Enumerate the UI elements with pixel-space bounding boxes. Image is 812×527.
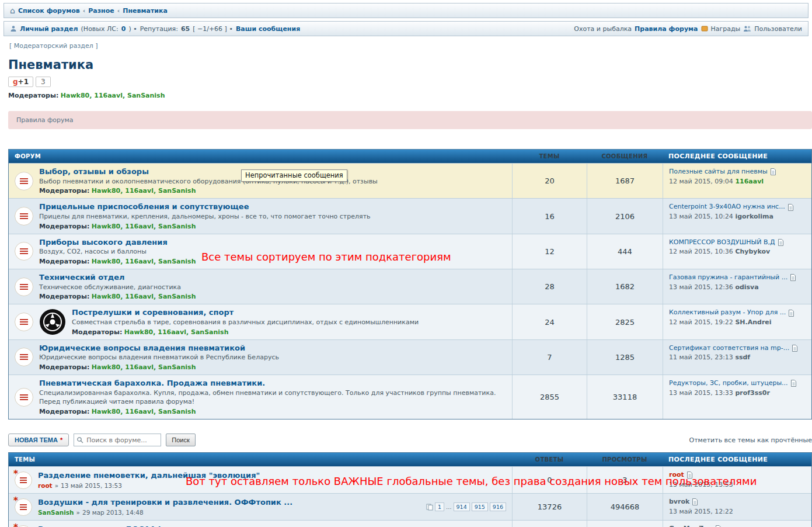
last-post-user[interactable]: SH.Andrei bbox=[735, 318, 771, 326]
breadcrumb-link-category[interactable]: Разное bbox=[88, 7, 114, 15]
forum-rules-banner[interactable]: Правила форума bbox=[8, 111, 812, 129]
page-link[interactable]: 1 bbox=[435, 502, 444, 511]
last-post-date: 13 май 2015, 12:36 bbox=[669, 283, 733, 291]
last-post-user[interactable]: prof3ss0r bbox=[735, 389, 769, 397]
page-link[interactable]: 915 bbox=[472, 502, 488, 511]
search-input[interactable] bbox=[74, 434, 161, 446]
last-post-user[interactable]: odisva bbox=[735, 283, 758, 291]
forum-unread-icon bbox=[15, 172, 33, 190]
last-post-link[interactable]: Сертификат соответствия на mp-... bbox=[669, 344, 789, 353]
search-button[interactable]: Поиск bbox=[166, 434, 195, 446]
moderators-label: Модераторы: bbox=[39, 363, 89, 371]
moderators-links[interactable]: Hawk80, 116aavl, SanSanish bbox=[92, 363, 196, 371]
moderators-links[interactable]: Hawk80, 116aavl, SanSanish bbox=[92, 408, 196, 415]
last-post-user[interactable]: ssdf bbox=[735, 353, 750, 361]
annotation-important-topics: Вот тут оставляем только ВАЖНЫЕ глобальн… bbox=[186, 475, 757, 487]
moderator-section-link[interactable]: [ Модераторский раздел ] bbox=[9, 42, 97, 50]
forum-link[interactable]: Прицельные приспособления и сопутствующе… bbox=[39, 202, 249, 212]
goto-last-post-icon[interactable] bbox=[788, 310, 794, 317]
moderators-links[interactable]: Hawk80, 116aavl, SanSanish bbox=[92, 258, 196, 265]
goto-last-post-icon[interactable] bbox=[790, 274, 796, 281]
forums-table-header: ФОРУМ ТЕМЫ СООБЩЕНИЯ ПОСЛЕДНЕЕ СООБЩЕНИЕ bbox=[9, 150, 811, 163]
forum-icon bbox=[15, 242, 33, 261]
topic-date: 13 май 2015, 13:53 bbox=[61, 482, 122, 489]
topic-author[interactable]: SanSanish bbox=[38, 509, 74, 516]
topic-link[interactable]: Воздушки - для тренировки и развлечения.… bbox=[38, 498, 292, 507]
last-post-link[interactable]: Полезные сайты для пневмы bbox=[669, 167, 768, 177]
page-link[interactable]: 916 bbox=[490, 502, 506, 511]
user-icon bbox=[10, 25, 17, 32]
goto-last-post-icon[interactable] bbox=[770, 168, 776, 175]
forum-icon bbox=[15, 313, 33, 331]
topic-announce-icon: * bbox=[15, 525, 32, 527]
user-bar-left: Личный раздел (Новых ЛС: 0 ) • Репутация… bbox=[10, 25, 300, 33]
last-post-link[interactable]: КОМПРЕССОР ВОЗДУШНЫЙ В,Д bbox=[669, 238, 775, 248]
forum-link[interactable]: Юридические вопросы владения пневматикой bbox=[39, 344, 245, 353]
last-post-user[interactable]: igorkolima bbox=[735, 213, 773, 220]
mark-topics-read-link[interactable]: Отметить все темы как прочтённые bbox=[689, 436, 812, 444]
goto-last-post-icon[interactable] bbox=[692, 498, 698, 505]
forum-moderators: Модераторы: Hawk80, 116aavl, SanSanish bbox=[39, 363, 506, 371]
views-count: 494668 bbox=[587, 494, 663, 520]
last-post-link[interactable]: Редукторы, ЗС, пробки, штуцеры... bbox=[669, 379, 788, 389]
new-topic-label: НОВАЯ ТЕМА bbox=[15, 436, 58, 443]
forum-rules-link[interactable]: Правила форума bbox=[635, 25, 698, 33]
moderators-links[interactable]: Hawk80, 116aavl, SanSanish bbox=[61, 92, 165, 99]
forum-search bbox=[74, 434, 161, 446]
breadcrumb-link-forum[interactable]: Пневматика bbox=[123, 7, 168, 15]
awards-link[interactable]: Награды bbox=[711, 25, 741, 33]
moderators-label: Модераторы: bbox=[8, 92, 58, 99]
posts-count: 444 bbox=[587, 234, 663, 269]
last-post-link[interactable]: Газовая пружина - гарантийный ... bbox=[669, 273, 787, 283]
last-post-user[interactable]: 116aavl bbox=[735, 178, 764, 185]
users-link[interactable]: Пользователи bbox=[754, 25, 802, 33]
topics-count: 24 bbox=[512, 304, 587, 339]
forum-moderators: Модераторы: Hawk80, 116aavl, SanSanish bbox=[39, 223, 506, 230]
moderators-label: Модераторы: bbox=[72, 328, 122, 336]
page-link[interactable]: 914 bbox=[454, 502, 470, 511]
forum-link[interactable]: Приборы высокого давления bbox=[39, 238, 168, 247]
forum-link[interactable]: Пневматическая барахолка. Продажа пневма… bbox=[39, 379, 265, 388]
last-post-link[interactable]: Centerpoint 3-9x40АО нужна инс... bbox=[669, 202, 785, 212]
moderators-links[interactable]: Hawk80, 116aavl, SanSanish bbox=[124, 328, 229, 336]
last-post-link[interactable]: Коллективный разум - Упор для ... bbox=[669, 308, 786, 318]
topic-author[interactable]: root bbox=[38, 482, 53, 489]
forum-link[interactable]: Пострелушки и соревнования, спорт bbox=[72, 308, 234, 317]
header-topics: ТЕМЫ bbox=[9, 456, 512, 463]
new-topic-star-icon: * bbox=[60, 436, 62, 443]
forum-row: Пневматическая барахолка. Продажа пневма… bbox=[9, 375, 811, 419]
forum-icon bbox=[15, 348, 33, 366]
forum-link[interactable]: Технический отдел bbox=[39, 273, 124, 282]
club-logo bbox=[39, 308, 66, 335]
last-post-date: 12 май 2015, 10:36 bbox=[669, 248, 733, 255]
pages-icon bbox=[426, 504, 433, 511]
moderators-label: Модераторы: bbox=[39, 258, 89, 265]
personal-section-link[interactable]: Личный раздел bbox=[20, 25, 78, 33]
moderators-links[interactable]: Hawk80, 116aavl, SanSanish bbox=[92, 223, 196, 230]
posts-count: 33118 bbox=[587, 375, 663, 419]
pm-label-end: ) • bbox=[128, 25, 137, 33]
goto-last-post-icon[interactable] bbox=[792, 345, 798, 352]
goto-last-post-icon[interactable] bbox=[790, 380, 797, 387]
topic-link[interactable]: Вступление в ряды ДОСААФ bbox=[38, 525, 163, 527]
last-post-date: 11 май 2015, 23:13 bbox=[669, 353, 733, 361]
goto-last-post-icon[interactable] bbox=[778, 239, 784, 246]
topic-pagination: 1 … 914 915 916 bbox=[426, 502, 506, 511]
last-post-user[interactable]: GunMunZun bbox=[669, 524, 713, 527]
your-posts-link[interactable]: Ваши сообщения bbox=[236, 25, 300, 33]
header-topics: ТЕМЫ bbox=[512, 153, 587, 160]
breadcrumb-link-index[interactable]: Список форумов bbox=[18, 7, 80, 15]
last-post-user[interactable]: Chybykov bbox=[735, 248, 770, 255]
home-icon[interactable]: ⌂ bbox=[10, 6, 15, 15]
gplus-button[interactable]: g+1 bbox=[8, 77, 33, 87]
pm-count[interactable]: 0 bbox=[121, 25, 126, 33]
gplus-plus: +1 bbox=[18, 78, 29, 86]
goto-last-post-icon[interactable] bbox=[787, 204, 794, 211]
forum-description-line2: Перед публикацией читаем правила форума! bbox=[39, 398, 506, 406]
new-topic-button[interactable]: НОВАЯ ТЕМА* bbox=[8, 434, 69, 446]
header-lastpost: ПОСЛЕДНЕЕ СООБЩЕНИЕ bbox=[663, 456, 811, 463]
forum-link[interactable]: Выбор, отзывы и обзоры bbox=[39, 167, 149, 176]
moderators-links[interactable]: Hawk80, 116aavl, SanSanish bbox=[92, 187, 196, 195]
last-post-user[interactable]: bvrok bbox=[669, 497, 689, 507]
moderators-links[interactable]: Hawk80, 116aavl, SanSanish bbox=[92, 293, 196, 300]
